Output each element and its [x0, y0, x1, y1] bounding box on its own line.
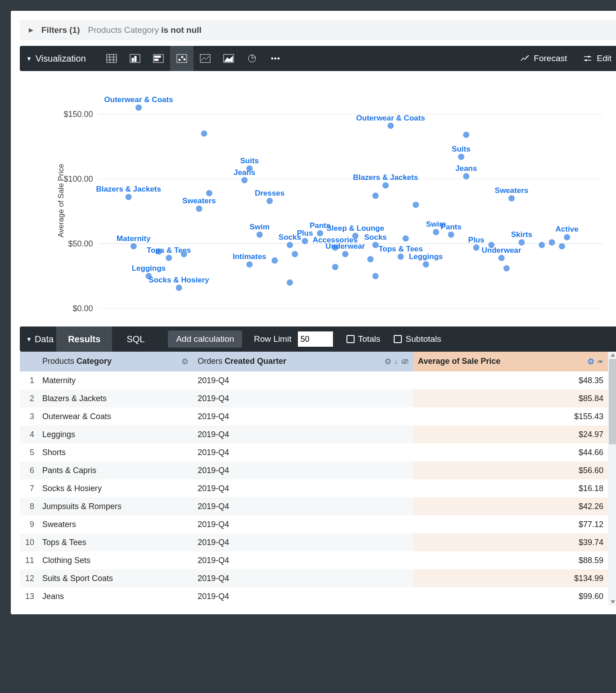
table-row[interactable]: 6Pants & Capris2019-Q4$56.60	[20, 461, 608, 479]
pivot-icon[interactable]	[597, 357, 603, 366]
column-header-category[interactable]: Products Category ⚙	[38, 352, 193, 371]
table-row[interactable]: 1Maternity2019-Q4$48.35	[20, 371, 608, 389]
svg-text:Plus: Plus	[297, 229, 313, 237]
scatter-chart-icon[interactable]	[170, 46, 193, 71]
row-index: 12	[20, 569, 38, 587]
chevron-down-icon[interactable]: ▼	[26, 336, 32, 343]
row-index-header	[20, 352, 38, 371]
row-index: 3	[20, 407, 38, 425]
bar-chart-icon[interactable]	[147, 46, 170, 71]
gear-icon[interactable]: ⚙	[384, 357, 391, 367]
svg-text:Dresses: Dresses	[255, 189, 284, 197]
svg-point-113	[518, 239, 525, 246]
table-row[interactable]: 5Shorts2019-Q4$44.66	[20, 443, 608, 461]
tab-sql[interactable]: SQL	[115, 326, 156, 352]
chevron-right-icon: ▶	[29, 27, 33, 33]
gear-icon[interactable]: ⚙	[587, 357, 594, 367]
svg-text:Leggings: Leggings	[132, 264, 166, 273]
svg-point-19	[271, 58, 273, 59]
svg-point-92	[403, 235, 409, 241]
svg-point-105	[473, 245, 480, 251]
svg-point-41	[135, 104, 142, 111]
cell-category: Socks & Hosiery	[38, 479, 193, 497]
cell-category: Outerwear & Coats	[38, 407, 193, 425]
vertical-scrollbar[interactable]	[608, 352, 616, 605]
table-row[interactable]: 4Leggings2019-Q4$24.97	[20, 425, 608, 443]
svg-text:Underwear: Underwear	[325, 242, 365, 250]
cell-avg-price: $44.66	[414, 443, 608, 461]
table-row[interactable]: 12Suits & Sport Coats2019-Q4$134.99	[20, 569, 608, 587]
cell-quarter: 2019-Q4	[193, 497, 414, 515]
filters-bar[interactable]: ▶ Filters (1) Products Category is not n…	[20, 20, 616, 40]
table-row[interactable]: 11Clothing Sets2019-Q4$88.59	[20, 551, 608, 569]
cell-quarter: 2019-Q4	[193, 371, 414, 389]
svg-point-110	[504, 265, 510, 272]
svg-point-94	[423, 261, 429, 268]
subtotals-checkbox[interactable]: Subtotals	[394, 334, 441, 344]
row-index: 7	[20, 479, 38, 497]
svg-text:Tops & Tees: Tops & Tees	[378, 245, 423, 253]
column-chart-icon[interactable]	[123, 46, 147, 71]
svg-point-46	[166, 255, 172, 261]
table-row[interactable]: 8Jumpsuits & Rompers2019-Q4$42.26	[20, 497, 608, 515]
add-calculation-button[interactable]: Add calculation	[168, 331, 242, 348]
svg-point-111	[508, 195, 515, 201]
table-row[interactable]: 2Blazers & Jackets2019-Q4$85.84	[20, 389, 608, 407]
svg-point-108	[499, 255, 505, 261]
table-row[interactable]: 9Sweaters2019-Q4$77.12	[20, 515, 608, 533]
svg-point-79	[352, 233, 359, 239]
cell-avg-price: $77.12	[414, 515, 608, 533]
visualization-header: ▼ Visualization Forecast Edit	[20, 46, 616, 71]
cell-quarter: 2019-Q4	[193, 389, 414, 407]
table-row[interactable]: 3Outerwear & Coats2019-Q4$155.43	[20, 407, 608, 425]
svg-marker-17	[225, 56, 233, 62]
cell-quarter: 2019-Q4	[193, 407, 414, 425]
table-row[interactable]: 10Tops & Tees2019-Q4$39.74	[20, 533, 608, 551]
row-index: 1	[20, 371, 38, 389]
more-chart-types-icon[interactable]	[264, 46, 287, 71]
svg-text:Socks: Socks	[364, 233, 387, 241]
svg-point-83	[373, 192, 379, 199]
sort-down-icon[interactable]: ↓	[394, 357, 398, 366]
svg-point-104	[463, 132, 469, 138]
line-chart-icon[interactable]	[193, 46, 217, 71]
totals-checkbox[interactable]: Totals	[346, 334, 381, 344]
svg-point-118	[564, 234, 570, 240]
edit-button[interactable]: Edit	[583, 54, 612, 63]
column-header-avg-price[interactable]: Average of Sale Price ⚙	[414, 352, 608, 371]
forecast-button[interactable]: Forecast	[520, 54, 567, 63]
cell-avg-price: $39.74	[414, 533, 608, 551]
table-chart-icon[interactable]	[100, 46, 123, 71]
svg-point-93	[413, 201, 419, 208]
svg-point-48	[176, 285, 182, 291]
gear-icon[interactable]: ⚙	[181, 357, 189, 367]
cell-quarter: 2019-Q4	[193, 443, 414, 461]
svg-point-50	[181, 251, 187, 257]
svg-text:Underwear: Underwear	[482, 246, 522, 255]
column-header-quarter[interactable]: Orders Created Quarter ↓ ⚙	[193, 352, 414, 371]
row-index: 11	[20, 551, 38, 569]
row-index: 4	[20, 425, 38, 443]
cell-avg-price: $16.18	[414, 479, 608, 497]
svg-text:Socks & Hosiery: Socks & Hosiery	[149, 276, 210, 284]
svg-text:Swim: Swim	[250, 223, 270, 231]
scatter-chart[interactable]: $0.00$50.00$100.00$150.00Average of Sale…	[20, 75, 616, 326]
svg-point-63	[266, 198, 273, 204]
chevron-down-icon[interactable]: ▼	[26, 55, 32, 62]
tab-results[interactable]: Results	[56, 326, 112, 352]
svg-point-14	[184, 58, 185, 60]
svg-point-117	[559, 243, 565, 250]
pie-chart-icon[interactable]	[240, 46, 264, 71]
svg-point-21	[278, 58, 279, 59]
svg-text:Active: Active	[556, 225, 579, 233]
scroll-thumb[interactable]	[609, 359, 616, 444]
hidden-icon[interactable]	[401, 357, 409, 366]
svg-text:Intimates: Intimates	[233, 252, 266, 261]
cell-quarter: 2019-Q4	[193, 461, 414, 479]
table-row[interactable]: 7Socks & Hosiery2019-Q4$16.18	[20, 479, 608, 497]
row-limit-input[interactable]	[298, 331, 333, 347]
table-row[interactable]: 13Jeans2019-Q4$99.60	[20, 587, 608, 605]
svg-text:Outerwear & Coats: Outerwear & Coats	[356, 114, 425, 122]
svg-text:Sleep & Lounge: Sleep & Lounge	[326, 224, 384, 232]
area-chart-icon[interactable]	[217, 46, 240, 71]
